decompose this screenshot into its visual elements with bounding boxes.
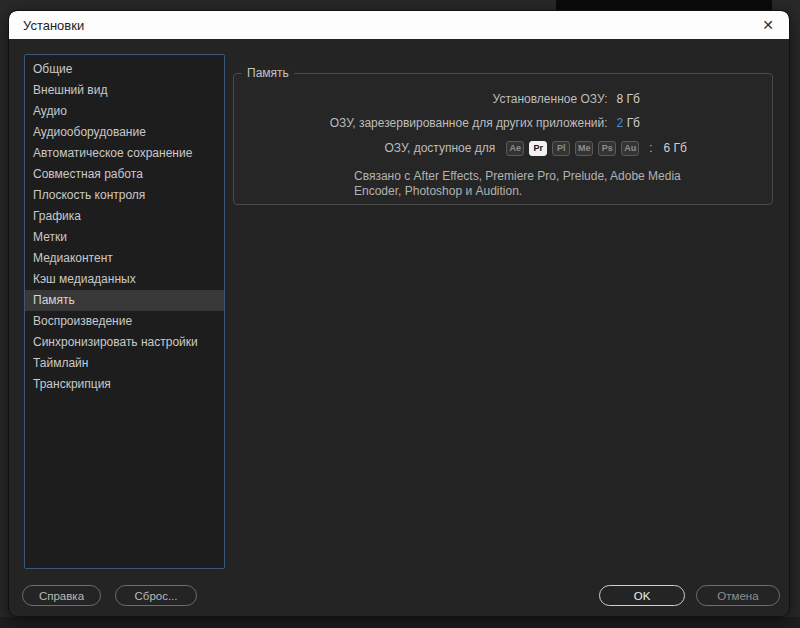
preferences-category-list: Общие Внешний вид Аудио Аудиооборудовани… <box>24 54 225 569</box>
available-ram-row: ОЗУ, доступное для Ae Pr Pl Me Ps Au : 6… <box>234 135 772 161</box>
reserved-ram-value: 2 Гб <box>617 116 640 130</box>
media-encoder-badge-icon: Me <box>575 141 593 156</box>
sidebar-item-appearance[interactable]: Внешний вид <box>25 80 224 101</box>
sidebar-item-timeline[interactable]: Таймлайн <box>25 353 224 374</box>
sidebar-item-media[interactable]: Медиаконтент <box>25 248 224 269</box>
help-button[interactable]: Справка <box>22 585 101 606</box>
preferences-dialog: Установки ✕ Общие Внешний вид Аудио Ауди… <box>8 10 790 617</box>
sidebar-item-audio[interactable]: Аудио <box>25 101 224 122</box>
reserved-ram-editable-value[interactable]: 2 <box>617 116 624 130</box>
premiere-pro-badge-icon: Pr <box>529 141 547 156</box>
available-ram-separator: : <box>649 141 652 155</box>
audition-badge-icon: Au <box>621 141 639 156</box>
sidebar-item-graphics[interactable]: Графика <box>25 206 224 227</box>
installed-ram-label: Установленное ОЗУ: <box>493 92 608 106</box>
sidebar-item-sync-settings[interactable]: Синхронизировать настройки <box>25 332 224 353</box>
memory-group-title: Память <box>242 66 294 81</box>
sidebar-item-playback[interactable]: Воспроизведение <box>25 311 224 332</box>
cancel-button[interactable]: Отмена <box>696 585 780 606</box>
sidebar-item-transcription[interactable]: Транскрипция <box>25 374 224 395</box>
after-effects-badge-icon: Ae <box>506 141 524 156</box>
reset-button[interactable]: Сброс... <box>115 585 197 606</box>
sidebar-item-audio-hardware[interactable]: Аудиооборудование <box>25 122 224 143</box>
sidebar-item-control-surface[interactable]: Плоскость контроля <box>25 185 224 206</box>
available-ram-value: 6 Гб <box>664 141 687 155</box>
reserved-ram-row: ОЗУ, зарезервированное для других прилож… <box>234 111 772 135</box>
reserved-ram-label: ОЗУ, зарезервированное для других прилож… <box>330 116 608 130</box>
reserved-ram-unit: Гб <box>627 116 640 130</box>
installed-ram-value: 8 Гб <box>617 92 640 106</box>
sidebar-item-general[interactable]: Общие <box>25 59 224 80</box>
linked-apps-note: Связано с After Effects, Premiere Pro, P… <box>354 169 710 199</box>
linked-apps-badges: Ae Pr Pl Me Ps Au <box>506 141 639 156</box>
background-bottom-strip <box>0 617 800 628</box>
available-ram-label: ОЗУ, доступное для <box>385 141 496 155</box>
memory-groupbox: Память Установленное ОЗУ: 8 Гб ОЗУ, заре… <box>233 73 773 205</box>
sidebar-item-labels[interactable]: Метки <box>25 227 224 248</box>
close-icon[interactable]: ✕ <box>757 14 779 36</box>
sidebar-item-media-cache[interactable]: Кэш медиаданных <box>25 269 224 290</box>
installed-ram-row: Установленное ОЗУ: 8 Гб <box>234 87 772 111</box>
sidebar-item-memory[interactable]: Память <box>25 290 224 311</box>
photoshop-badge-icon: Ps <box>598 141 616 156</box>
sidebar-item-collaboration[interactable]: Совместная работа <box>25 164 224 185</box>
dialog-title: Установки <box>9 18 84 33</box>
ok-button[interactable]: OK <box>599 585 685 606</box>
dialog-titlebar[interactable]: Установки ✕ <box>9 11 789 39</box>
prelude-badge-icon: Pl <box>552 141 570 156</box>
sidebar-item-auto-save[interactable]: Автоматическое сохранение <box>25 143 224 164</box>
